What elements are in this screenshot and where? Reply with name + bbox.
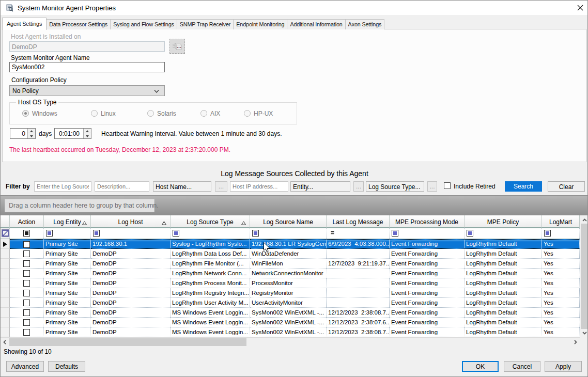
advanced-button[interactable]: Advanced (6, 361, 44, 372)
filter-square-icon (252, 230, 259, 237)
tab-endpoint-monitoring[interactable]: Endpoint Monitoring (233, 19, 287, 29)
entity-browse-button[interactable]: ... (353, 181, 364, 192)
scroll-down-icon[interactable] (582, 331, 587, 335)
column-header-last-log-message[interactable]: Last Log Message (327, 215, 390, 228)
log-source-filter-input[interactable] (34, 181, 91, 192)
host-name-browse-button[interactable]: ... (215, 181, 227, 192)
host-os-type-label: Host OS Type (16, 99, 58, 106)
defaults-button[interactable]: Defaults (48, 361, 85, 372)
filter-cell-mpe-processing-mode[interactable] (390, 228, 465, 239)
mouse-cursor-icon (264, 242, 270, 253)
action-checkbox[interactable] (23, 270, 30, 277)
row-indicator-current (1, 239, 10, 249)
horizontal-scrollbar[interactable] (1, 337, 580, 346)
include-retired-checkbox[interactable] (444, 182, 451, 189)
agent-name-input[interactable] (9, 62, 165, 72)
sort-ascending-icon (82, 219, 87, 224)
table-row[interactable]: Primary SiteDemoDPLogRhythm User Activit… (10, 298, 588, 308)
interval-spinner-buttons[interactable] (83, 129, 91, 138)
interval-spin-up-icon[interactable] (84, 129, 91, 133)
filter-cell-log-entity[interactable] (44, 228, 91, 239)
os-radio-linux[interactable] (91, 110, 98, 117)
action-checkbox[interactable] (23, 260, 30, 267)
column-header-log-source-type[interactable]: Log Source Type (171, 215, 250, 228)
tab-syslog-and-flow-settings[interactable]: Syslog and Flow Settings (110, 19, 177, 29)
column-header-log-entity[interactable]: Log Entity (44, 215, 91, 228)
column-header-action[interactable]: Action (10, 215, 44, 228)
host-name-filter-field[interactable]: Host Name... (153, 181, 211, 192)
scroll-up-icon[interactable] (582, 218, 587, 223)
column-header-log-host[interactable]: Log Host (91, 215, 171, 228)
filter-cell-log-host[interactable] (91, 228, 171, 239)
tab-data-processor-settings[interactable]: Data Processor Settings (46, 19, 111, 29)
entity-filter-field[interactable]: Entity... (290, 181, 350, 192)
filter-cell-mpe-policy[interactable] (465, 228, 542, 239)
action-checkbox[interactable] (23, 329, 30, 336)
horizontal-scroll-thumb[interactable] (9, 338, 246, 346)
column-header-mpe-policy[interactable]: MPE Policy (465, 215, 542, 228)
action-checkbox[interactable] (23, 309, 30, 316)
days-label: days (39, 130, 52, 137)
tab-snmp-trap-receiver[interactable]: SNMP Trap Receiver (177, 19, 234, 29)
action-cell (10, 269, 44, 278)
host-agent-browse-button[interactable] (169, 39, 185, 54)
action-checkbox[interactable] (23, 319, 30, 326)
column-header-logmart[interactable]: LogMart (542, 215, 580, 228)
config-policy-dropdown[interactable]: No Policy (9, 85, 165, 96)
clear-button[interactable]: Clear (548, 181, 585, 192)
interval-spinner[interactable]: 0:01:00 (54, 128, 91, 139)
action-checkbox[interactable] (23, 250, 30, 257)
filter-checkbox-icon (23, 230, 30, 237)
action-checkbox[interactable] (23, 241, 30, 248)
edit-filter-icon[interactable] (2, 229, 9, 237)
days-spinner[interactable]: 0 (10, 128, 36, 139)
action-checkbox[interactable] (23, 300, 30, 306)
table-row[interactable]: Primary SiteDemoDPLogRhythm Process Moni… (10, 278, 588, 288)
action-checkbox[interactable] (23, 290, 30, 296)
log-source-type-filter-field[interactable]: Log Source Type... (366, 181, 424, 192)
table-row[interactable]: Primary SiteDemoDPMS Windows Event Loggi… (10, 318, 588, 327)
tab-agent-settings[interactable]: Agent Settings (2, 18, 47, 30)
column-header-log-source-name[interactable]: Log Source Name (250, 215, 327, 228)
interval-spin-down-icon[interactable] (84, 134, 91, 138)
host-browse-icon (170, 39, 184, 53)
host-ip-filter-input[interactable] (230, 181, 288, 192)
group-by-bar[interactable]: Drag a column header here to group by th… (1, 196, 588, 215)
scroll-right-icon[interactable] (573, 340, 578, 344)
table-row[interactable]: Primary SiteDemoDPMS Windows Event Loggi… (10, 327, 588, 337)
os-radio-windows[interactable] (22, 110, 29, 117)
os-radio-solaris[interactable] (147, 110, 154, 117)
ok-button[interactable]: OK (462, 361, 499, 372)
cell-logmart: Yes (542, 298, 580, 308)
os-radio-hp-ux[interactable] (244, 110, 251, 117)
filter-cell-action[interactable] (10, 228, 44, 239)
column-header-mpe-processing-mode[interactable]: MPE Processing Mode (390, 215, 465, 228)
vertical-scroll-thumb[interactable] (581, 224, 588, 329)
table-row[interactable]: Primary SiteDemoDPMS Windows Event Loggi… (10, 308, 588, 318)
filter-cell-log-source-type[interactable] (171, 228, 250, 239)
filter-cell-last-log-message[interactable]: = (327, 228, 390, 239)
days-spin-up-icon[interactable] (28, 129, 36, 133)
table-row[interactable]: Primary SiteDemoDPLogRhythm File Monitor… (10, 259, 588, 269)
action-cell (10, 308, 44, 318)
search-button[interactable]: Search (505, 181, 542, 192)
table-row[interactable]: Primary SiteDemoDPLogRhythm Data Loss De… (10, 249, 588, 259)
action-checkbox[interactable] (23, 280, 30, 287)
filter-cell-logmart[interactable] (542, 228, 580, 239)
tab-axon-settings[interactable]: Axon Settings (345, 19, 385, 29)
tab-additional-information[interactable]: Additional Information (287, 19, 345, 29)
log-source-type-browse-button[interactable]: ... (427, 181, 437, 192)
days-spinner-buttons[interactable] (27, 129, 35, 138)
vertical-scrollbar[interactable] (580, 215, 588, 337)
os-radio-aix[interactable] (200, 110, 207, 117)
days-spin-down-icon[interactable] (28, 134, 36, 138)
cancel-button[interactable]: Cancel (504, 361, 540, 372)
table-row[interactable]: Primary Site192.168.30.1Syslog - LogRhyt… (10, 239, 588, 249)
apply-button[interactable]: Apply (545, 361, 582, 372)
close-button[interactable] (574, 2, 586, 14)
description-filter-input[interactable] (95, 181, 149, 192)
table-row[interactable]: Primary SiteDemoDPLogRhythm Registry Int… (10, 288, 588, 298)
scroll-left-icon[interactable] (3, 340, 7, 344)
filter-cell-log-source-name[interactable] (250, 228, 327, 239)
table-row[interactable]: Primary SiteDemoDPLogRhythm Network Conn… (10, 269, 588, 278)
